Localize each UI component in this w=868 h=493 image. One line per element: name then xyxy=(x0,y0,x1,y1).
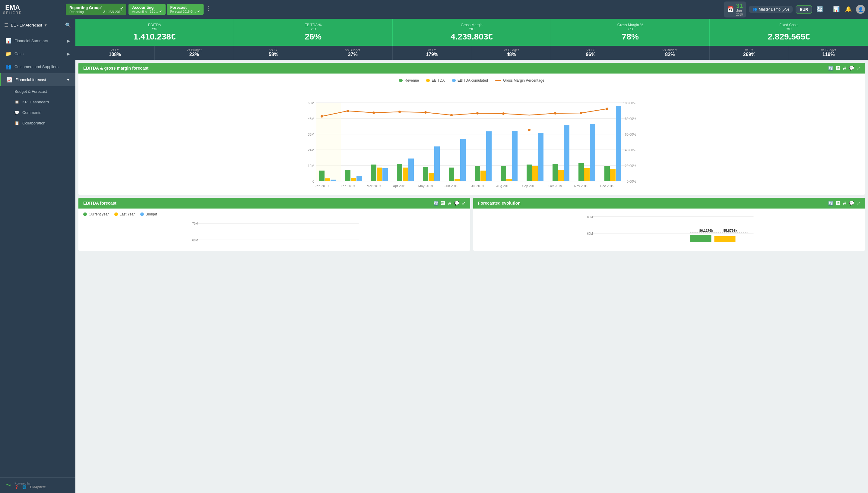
sidebar-footer: 〜 Powered by ❓ 🌐 EMAphere xyxy=(0,477,76,493)
tab-forecast-sub: Forecast 2019 Gr... ✔ xyxy=(170,9,200,14)
svg-text:Apr 2019: Apr 2019 xyxy=(393,184,407,188)
tab1-check: ✔ xyxy=(159,9,162,14)
svg-rect-49 xyxy=(578,163,584,181)
tab-group: Accounting Accounting - 31 J... ✔ Foreca… xyxy=(128,4,213,15)
sidebar-item-budget-forecast[interactable]: Budget & Forecast xyxy=(0,86,76,97)
svg-rect-22 xyxy=(345,170,350,181)
chart-image-icon[interactable]: 🖼 xyxy=(836,66,840,70)
cash-icon: 📁 xyxy=(5,51,12,57)
refresh-icon[interactable]: 🔄 xyxy=(815,5,824,14)
chart-print-icon[interactable]: 🖨 xyxy=(842,66,847,70)
chart-container: 0 12M 24M 36M 48M 60M 0.00% 20.00% 40.00… xyxy=(83,86,860,190)
users-icon: 👥 xyxy=(752,7,757,12)
svg-rect-29 xyxy=(402,168,408,181)
main-layout: ☰ BE - EMAforecast ▼ 🔍 📊 Financial Summa… xyxy=(0,19,868,493)
fe-refresh-icon[interactable]: 🔄 xyxy=(828,201,833,206)
tab-forecast[interactable]: Forecast Forecast 2019 Gr... ✔ xyxy=(167,4,204,15)
reporting-group[interactable]: ✔ Reporting Group' Reporting 31 JAN 2019 xyxy=(66,4,126,15)
comp-1: vs Budget 22% xyxy=(155,46,234,60)
main-chart-header: EBITDA & gross margin forecast 🔄 🖼 🖨 💬 ⤢ xyxy=(78,63,865,73)
tab-dots-button[interactable]: ⋮ xyxy=(205,4,213,15)
forecasted-evolution-actions: 🔄 🖼 🖨 💬 ⤢ xyxy=(828,201,860,206)
svg-text:Dec 2019: Dec 2019 xyxy=(600,184,614,188)
comparison-row: vs LY 108% vs Budget 22% vs LY 58% vs Bu… xyxy=(76,46,868,60)
fe-comment-icon[interactable]: 💬 xyxy=(849,201,854,206)
comp-6: vs LY 96% xyxy=(551,46,631,60)
chart-icon[interactable]: 📊 xyxy=(832,5,841,14)
svg-rect-27 xyxy=(383,168,388,181)
svg-rect-30 xyxy=(408,158,414,181)
svg-text:36M: 36M xyxy=(308,133,314,136)
comp-4: vs LY 179% xyxy=(393,46,472,60)
kpi-gross-margin: Gross Margin YtD 4.239.803€ xyxy=(393,19,551,46)
svg-rect-91 xyxy=(715,236,736,242)
svg-rect-33 xyxy=(434,147,440,181)
svg-rect-25 xyxy=(371,165,376,181)
svg-rect-32 xyxy=(429,173,434,181)
avatar[interactable]: 👤 xyxy=(856,5,865,14)
ef-comment-icon[interactable]: 💬 xyxy=(454,201,459,206)
comp-0: vs LY 108% xyxy=(76,46,155,60)
chart-svg: 0 12M 24M 36M 48M 60M 0.00% 20.00% 40.00… xyxy=(83,86,860,189)
currency-button[interactable]: EUR xyxy=(795,5,812,14)
divider: | xyxy=(827,9,829,9)
ef-expand-icon[interactable]: ⤢ xyxy=(462,201,466,206)
bell-icon[interactable]: 🔔 xyxy=(844,5,853,14)
svg-point-59 xyxy=(425,111,427,114)
sidebar-item-cash[interactable]: 📁 Cash ▶ xyxy=(0,47,76,60)
search-icon[interactable]: 🔍 xyxy=(65,22,71,28)
sidebar-item-customers-suppliers[interactable]: 👥 Customers and Suppliers xyxy=(0,60,76,73)
footer-logo-icon: 〜 xyxy=(5,481,12,489)
footer-globe-icon[interactable]: 🌐 xyxy=(22,485,26,489)
svg-text:70M: 70M xyxy=(192,222,198,226)
svg-rect-52 xyxy=(604,166,610,181)
sidebar-item-comments[interactable]: 💬 Comments xyxy=(0,107,76,118)
svg-rect-36 xyxy=(460,139,466,181)
calendar-date: 31 Jan 2019 xyxy=(736,3,743,16)
svg-rect-39 xyxy=(486,131,492,181)
chart-refresh-icon[interactable]: 🔄 xyxy=(828,66,833,70)
logo-area: EMA SPHERE xyxy=(3,4,63,15)
legend-ebitda-dot xyxy=(426,79,430,82)
legend-cumulated-dot xyxy=(452,79,456,82)
ebitda-forecast-card: EBITDA forecast 🔄 🖼 🖨 💬 ⤢ Current year xyxy=(78,198,470,251)
svg-rect-54 xyxy=(616,106,621,181)
footer-help-icon[interactable]: ❓ xyxy=(15,485,19,489)
ef-refresh-icon[interactable]: 🔄 xyxy=(433,201,438,206)
chart-expand-icon[interactable]: ⤢ xyxy=(856,66,860,70)
org-caret-icon: ▼ xyxy=(44,23,47,27)
fe-expand-icon[interactable]: ⤢ xyxy=(856,201,860,206)
kpi-icon: 🔲 xyxy=(15,100,19,104)
sidebar-item-kpi-dashboard[interactable]: 🔲 KPI Dashboard xyxy=(0,97,76,107)
sidebar-header: ☰ BE - EMAforecast ▼ 🔍 xyxy=(0,19,76,32)
chart-legend: Revenue EBITDA EBITDA cumulated Gross Ma… xyxy=(83,78,860,83)
legend-revenue: Revenue xyxy=(399,78,419,83)
sidebar-item-collaboration[interactable]: 📋 Collaboration xyxy=(0,118,76,128)
user-group-button[interactable]: 👥 Master Demo (5/5) xyxy=(749,6,792,13)
svg-text:24M: 24M xyxy=(308,148,314,152)
ebitda-forecast-header: EBITDA forecast 🔄 🖼 🖨 💬 ⤢ xyxy=(78,198,470,209)
ef-image-icon[interactable]: 🖼 xyxy=(441,201,445,206)
svg-rect-26 xyxy=(377,168,382,181)
org-selector[interactable]: BE - EMAforecast ▼ xyxy=(11,23,63,27)
hamburger-icon[interactable]: ☰ xyxy=(4,22,8,28)
chart-comment-icon[interactable]: 💬 xyxy=(849,66,854,70)
svg-text:12M: 12M xyxy=(308,164,314,168)
ebitda-forecast-legend: Current year Last Year Budget xyxy=(83,212,466,216)
legend-last-year: Last Year xyxy=(114,212,135,216)
calendar-button[interactable]: 📅 31 Jan 2019 xyxy=(724,1,746,18)
ef-print-icon[interactable]: 🖨 xyxy=(448,201,452,206)
svg-text:Aug 2019: Aug 2019 xyxy=(496,184,510,188)
last-year-dot xyxy=(114,212,118,216)
sidebar-item-financial-summary[interactable]: 📊 Financial Summary ▶ xyxy=(0,34,76,47)
kpi-gross-margin-pct: Gross Margin % YtD 78% xyxy=(551,19,710,46)
comp-2: vs LY 58% xyxy=(234,46,313,60)
svg-point-58 xyxy=(398,111,401,113)
calendar-icon: 📅 xyxy=(727,6,734,13)
tab-accounting[interactable]: Accounting Accounting - 31 J... ✔ xyxy=(128,4,166,15)
fe-image-icon[interactable]: 🖼 xyxy=(836,201,840,206)
svg-rect-23 xyxy=(351,178,356,181)
sidebar-item-financial-forecast[interactable]: 📈 Financial forecast ▼ xyxy=(0,73,76,86)
logo-text: EMA xyxy=(3,4,22,11)
fe-print-icon[interactable]: 🖨 xyxy=(842,201,847,206)
